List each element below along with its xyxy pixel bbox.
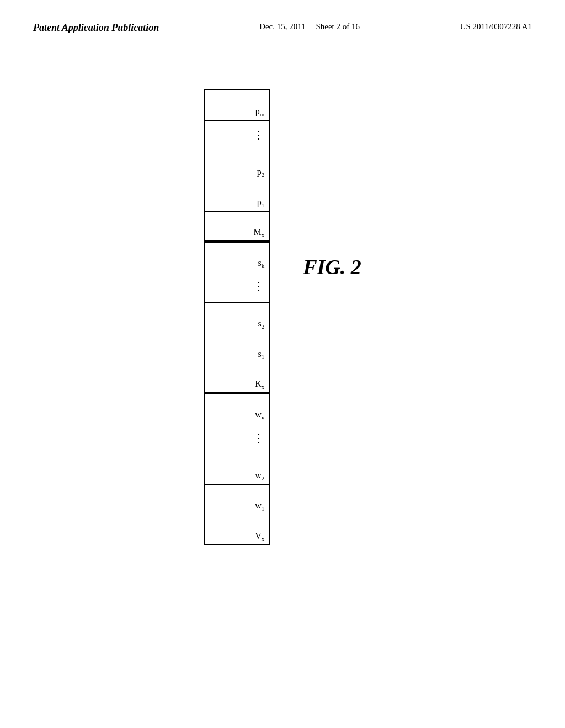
- stack-row-Vx: Vx: [204, 515, 269, 545]
- stack-row-w2: w2: [204, 454, 269, 484]
- publication-date: Dec. 15, 2011: [259, 22, 306, 31]
- publication-date-sheet: Dec. 15, 2011 Sheet 2 of 16: [259, 22, 360, 31]
- stack-row-dots-mid: ⋮: [204, 272, 269, 302]
- stack-row-Mx: Mx: [204, 211, 269, 242]
- stack-row-s2: s2: [204, 302, 269, 333]
- stack-diagram: pm⋮p2p1Mxsk⋮s2s1Kxwv⋮w2w1Vx: [204, 89, 270, 545]
- stack-row-p2: p2: [204, 151, 269, 181]
- stack-row-sk: sk: [204, 242, 269, 272]
- stack-row-Kx: Kx: [204, 363, 269, 393]
- stack-row-s1: s1: [204, 333, 269, 363]
- publication-title: Patent Application Publication: [33, 22, 159, 34]
- stack-row-wv: wv: [204, 393, 269, 424]
- stack-row-w1: w1: [204, 484, 269, 515]
- main-content: pm⋮p2p1Mxsk⋮s2s1Kxwv⋮w2w1Vx FIG. 2: [0, 45, 565, 545]
- publication-number: US 2011/0307228 A1: [460, 22, 532, 31]
- stack-row-pm: pm: [204, 90, 269, 120]
- stack-row-dots-top: ⋮: [204, 120, 269, 151]
- diagram-container: pm⋮p2p1Mxsk⋮s2s1Kxwv⋮w2w1Vx FIG. 2: [204, 89, 361, 545]
- stack-row-dots-bot: ⋮: [204, 424, 269, 454]
- sheet-info: Sheet 2 of 16: [316, 22, 360, 31]
- figure-label: FIG. 2: [303, 255, 361, 279]
- stack-row-p1: p1: [204, 181, 269, 211]
- page-header: Patent Application Publication Dec. 15, …: [0, 0, 565, 45]
